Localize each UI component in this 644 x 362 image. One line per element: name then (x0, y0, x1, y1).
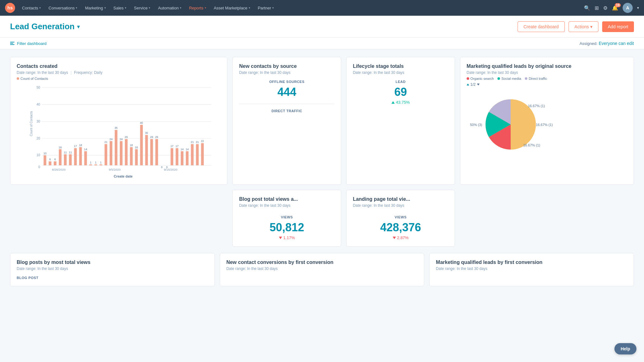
chevron-down-icon: ▾ (149, 6, 150, 9)
svg-rect-57 (155, 139, 158, 165)
nav-reports[interactable]: Reports ▾ (186, 0, 209, 16)
svg-rect-75 (201, 143, 204, 165)
create-dashboard-button[interactable]: Create dashboard (518, 21, 565, 32)
avatar-chevron[interactable]: ▾ (637, 6, 639, 10)
svg-rect-53 (145, 135, 148, 166)
settings-icon[interactable]: ⚙ (603, 5, 608, 11)
lead-change: 43.75% (353, 100, 448, 105)
mql-first-conversion-card: Marketing qualified leads by first conve… (429, 253, 634, 286)
svg-text:1: 1 (95, 161, 97, 164)
new-contacts-subtitle: Date range: In the last 30 days (239, 70, 335, 75)
svg-rect-47 (130, 147, 133, 165)
pie-next-icon[interactable] (477, 84, 480, 85)
actions-chevron-icon: ▾ (590, 24, 592, 29)
svg-rect-71 (191, 144, 194, 166)
user-avatar[interactable]: A (623, 3, 633, 13)
svg-text:26: 26 (125, 135, 128, 139)
search-icon[interactable]: 🔍 (584, 5, 590, 11)
second-row: Blog post total views a... Date range: I… (10, 190, 634, 247)
svg-rect-27 (79, 147, 82, 165)
offline-metric: OFFLINE SOURCES 444 DIRECT TRAFFIC (239, 80, 335, 113)
chevron-down-icon: ▾ (125, 6, 126, 9)
svg-rect-19 (59, 149, 62, 166)
nav-service[interactable]: Service ▾ (131, 0, 153, 16)
svg-rect-29 (84, 151, 87, 165)
svg-rect-25 (74, 148, 77, 166)
assigned-link[interactable]: Everyone can edit (599, 41, 634, 46)
svg-text:11: 11 (69, 151, 72, 154)
blog-posts-most-views-title: Blog posts by most total views (17, 260, 208, 265)
bar-chart-svg: 50 40 30 20 10 0 10 6 6 (25, 84, 221, 172)
trend-down-icon (393, 237, 396, 239)
landing-page-views-card: Landing page total vie... Date range: In… (346, 190, 455, 247)
contacts-created-title: Contacts created (17, 63, 221, 69)
blog-posts-most-views-subtitle: Date range: In the last 30 days (17, 266, 208, 271)
svg-rect-49 (135, 149, 138, 166)
lifecycle-title: Lifecycle stage totals (353, 63, 448, 69)
bottom-grid-row: Blog posts by most total views Date rang… (10, 253, 634, 286)
blog-posts-views-card: Blog posts by most total views Date rang… (10, 253, 215, 286)
blog-views-metric: VIEWS 50,812 1.17% (239, 215, 335, 240)
chevron-down-icon: ▾ (272, 6, 274, 9)
svg-text:50% (3): 50% (3) (470, 123, 482, 127)
svg-text:hs: hs (8, 5, 13, 10)
toolbar: Filter dashboard Assigned: Everyone can … (0, 38, 644, 49)
svg-rect-51 (140, 125, 143, 165)
svg-text:1: 1 (100, 161, 102, 164)
nav-partner[interactable]: Partner ▾ (255, 0, 277, 16)
mql-first-conversion-title: Marketing qualified leads by first conve… (436, 260, 627, 265)
svg-text:17: 17 (175, 145, 179, 148)
nav-marketing[interactable]: Marketing ▾ (82, 0, 109, 16)
filter-icon (10, 42, 14, 45)
svg-rect-41 (115, 130, 118, 165)
svg-text:0: 0 (161, 166, 163, 169)
chart-x-title: Create date (25, 174, 221, 178)
pie-page-nav: 1/2 (467, 82, 627, 87)
blog-post-title: Blog post total views a... (239, 196, 335, 202)
svg-text:11: 11 (64, 151, 67, 154)
svg-text:26: 26 (155, 135, 158, 139)
actions-button[interactable]: Actions ▾ (569, 21, 598, 32)
svg-text:16.67% (1): 16.67% (1) (523, 143, 540, 147)
chevron-down-icon: ▾ (76, 6, 77, 9)
svg-text:1: 1 (90, 161, 92, 164)
new-contact-conversions-card: New contact conversions by first convers… (220, 253, 425, 286)
contacts-created-meta: Date range: In the last 30 days | Freque… (17, 70, 221, 75)
svg-text:21: 21 (191, 140, 194, 144)
marketplace-icon[interactable]: ⊞ (595, 5, 599, 11)
svg-text:10: 10 (36, 153, 40, 157)
trend-down-icon (279, 237, 282, 239)
new-contacts-source-card: New contacts by source Date range: In th… (232, 57, 341, 185)
page-title-wrap: Lead Generation ▾ (10, 22, 80, 31)
contacts-created-legend: Count of Contacts (17, 77, 221, 80)
add-report-button[interactable]: Add report (602, 21, 634, 32)
assigned-info: Assigned: Everyone can edit (580, 41, 634, 46)
nav-asset-marketplace[interactable]: Asset Marketplace ▾ (211, 0, 253, 16)
mql-source-card: Marketing qualified leads by original so… (460, 57, 634, 185)
svg-text:14: 14 (84, 148, 87, 151)
blog-col-label: BLOG POST (17, 276, 208, 280)
page-title-dropdown-icon[interactable]: ▾ (77, 23, 80, 30)
nav-contacts[interactable]: Contacts ▾ (19, 0, 44, 16)
chevron-down-icon: ▾ (249, 6, 250, 9)
pie-prev-icon[interactable] (467, 84, 469, 85)
svg-text:40: 40 (140, 121, 143, 124)
svg-text:10: 10 (43, 152, 47, 155)
svg-text:6: 6 (49, 158, 51, 161)
nav-conversations[interactable]: Conversations ▾ (45, 0, 80, 16)
filter-dashboard-button[interactable]: Filter dashboard (10, 41, 47, 46)
blog-post-subtitle: Date range: In the last 30 days (239, 203, 335, 208)
nav-sales[interactable]: Sales ▾ (110, 0, 130, 16)
notifications-icon[interactable]: 🔔 19 (612, 5, 618, 11)
chevron-down-icon: ▾ (205, 6, 206, 9)
logo[interactable]: hs (5, 3, 15, 13)
nav-automation[interactable]: Automation ▾ (155, 0, 185, 16)
svg-rect-63 (170, 148, 173, 166)
svg-text:9/15/2020: 9/15/2020 (164, 168, 178, 171)
svg-text:6: 6 (54, 158, 56, 161)
pie-chart-container: 50% (3) 16.67% (1) 16.67% (1) 16.67% (1) (467, 87, 627, 157)
main-grid-row: Contacts created Date range: In the last… (10, 57, 634, 185)
svg-rect-21 (64, 154, 67, 166)
chevron-down-icon: ▾ (104, 6, 106, 9)
social-media-dot (497, 77, 500, 80)
